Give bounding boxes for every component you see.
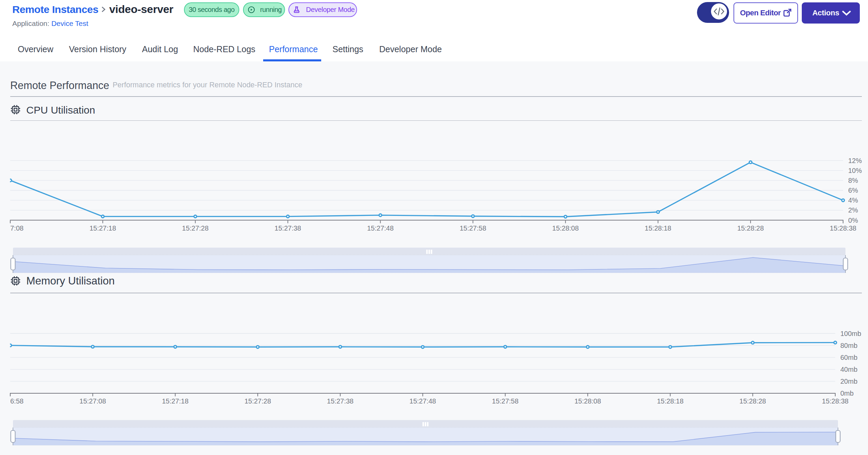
svg-text:0%: 0% [848,217,858,224]
svg-text:60mb: 60mb [840,354,857,361]
svg-text:15:27:18: 15:27:18 [162,397,188,405]
svg-text:2%: 2% [848,206,858,214]
svg-text:8%: 8% [848,177,858,184]
svg-text:15:27:08: 15:27:08 [80,397,106,405]
svg-text:15:27:48: 15:27:48 [367,224,394,232]
svg-text:0mb: 0mb [840,390,854,397]
svg-text:15:27:38: 15:27:38 [274,224,301,232]
svg-text:15:28:08: 15:28:08 [574,397,601,405]
svg-text:7:08: 7:08 [10,224,24,232]
svg-text:15:27:28: 15:27:28 [244,397,271,405]
svg-text:6:58: 6:58 [10,397,24,405]
svg-text:15:28:18: 15:28:18 [645,224,671,232]
svg-text:10%: 10% [848,167,862,174]
svg-text:15:28:38: 15:28:38 [830,224,856,232]
svg-text:15:27:38: 15:27:38 [327,397,354,405]
svg-text:15:27:48: 15:27:48 [410,397,436,405]
svg-text:15:27:28: 15:27:28 [182,224,209,232]
svg-text:100mb: 100mb [840,330,861,337]
svg-text:12%: 12% [848,157,862,164]
svg-text:15:28:28: 15:28:28 [739,397,766,405]
svg-text:15:28:38: 15:28:38 [822,397,849,405]
svg-text:40mb: 40mb [840,366,857,373]
svg-text:15:27:58: 15:27:58 [460,224,486,232]
svg-text:80mb: 80mb [840,342,857,349]
svg-text:15:28:28: 15:28:28 [737,224,764,232]
svg-text:15:27:18: 15:27:18 [89,224,116,232]
svg-text:6%: 6% [848,187,858,194]
svg-text:15:27:58: 15:27:58 [492,397,518,405]
svg-text:15:28:08: 15:28:08 [552,224,579,232]
svg-text:15:28:18: 15:28:18 [657,397,684,405]
svg-text:20mb: 20mb [840,378,857,385]
svg-text:4%: 4% [848,196,858,204]
